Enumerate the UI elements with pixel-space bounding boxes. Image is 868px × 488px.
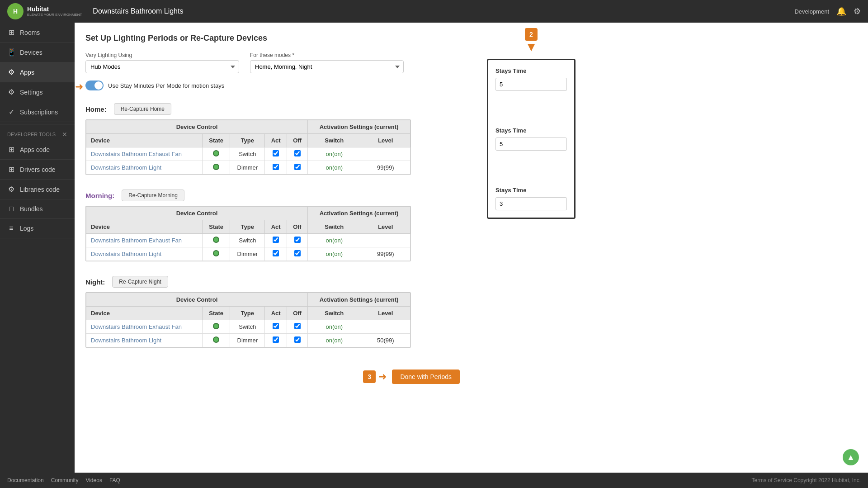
device-link[interactable]: Downstairs Bathroom Exhaust Fan <box>91 237 182 244</box>
device-control-header: Device Control <box>86 120 308 134</box>
faq-link[interactable]: FAQ <box>109 477 120 483</box>
act-cell <box>265 161 287 175</box>
sidebar-item-bundles[interactable]: □ Bundles <box>0 199 75 219</box>
recapture-morning-button[interactable]: Re-Capture Morning <box>122 190 184 201</box>
act-cell <box>265 147 287 161</box>
libraries-code-icon: ⚙ <box>7 185 15 194</box>
sidebar-item-label: Logs <box>20 225 33 232</box>
off-checkbox[interactable] <box>294 150 301 156</box>
sidebar-item-label: Settings <box>20 89 43 96</box>
bundles-icon: □ <box>7 205 15 213</box>
act-col-header: Act <box>265 220 287 234</box>
sidebar-item-logs[interactable]: ≡ Logs <box>0 219 75 238</box>
home-device-table: Device Control Activation Settings (curr… <box>86 120 410 175</box>
app-header: H Hubitat ELEVATE YOUR ENVIRONMENT Downs… <box>0 0 868 23</box>
act-checkbox[interactable] <box>273 250 279 256</box>
developer-tools-section: Developer tools ✕ <box>0 126 75 140</box>
device-link[interactable]: Downstairs Bathroom Light <box>91 251 161 257</box>
scroll-to-top-button[interactable]: ▲ <box>843 449 859 465</box>
off-checkbox[interactable] <box>294 237 301 243</box>
table-row: Downstairs Bathroom Light Dimmer on(on) … <box>86 247 410 261</box>
act-checkbox[interactable] <box>273 164 279 170</box>
table-row: Downstairs Bathroom Exhaust Fan Switch o… <box>86 147 410 161</box>
level-cell: 99(99) <box>361 247 410 261</box>
recapture-home-button[interactable]: Re-Capture Home <box>114 103 171 115</box>
act-checkbox[interactable] <box>273 237 279 243</box>
sidebar-item-drivers-code[interactable]: ⊞ Drivers code <box>0 160 75 180</box>
modes-select[interactable]: Home, Morning, Night <box>250 60 404 73</box>
switch-col-header: Switch <box>308 307 361 320</box>
act-cell <box>265 234 287 247</box>
sidebar-item-label: Rooms <box>20 29 40 36</box>
collapse-dev-tools-icon[interactable]: ✕ <box>62 131 67 138</box>
stays-input-home[interactable] <box>495 78 567 91</box>
act-checkbox[interactable] <box>273 323 279 329</box>
device-col-header: Device <box>86 220 203 234</box>
status-dot <box>213 164 219 170</box>
device-name-cell: Downstairs Bathroom Light <box>86 247 203 261</box>
sidebar-item-apps[interactable]: ⚙ Apps <box>0 62 75 82</box>
off-checkbox[interactable] <box>294 336 301 343</box>
act-checkbox[interactable] <box>273 150 279 156</box>
morning-device-table: Device Control Activation Settings (curr… <box>86 206 410 261</box>
videos-link[interactable]: Videos <box>85 477 102 483</box>
period-morning-header: Morning: Re-Capture Morning <box>85 190 471 201</box>
night-table-wrapper: Device Control Activation Settings (curr… <box>85 292 411 348</box>
stays-input-night[interactable] <box>495 197 567 210</box>
off-checkbox[interactable] <box>294 323 301 329</box>
vary-lighting-select[interactable]: Hub Modes <box>85 60 239 73</box>
sidebar-item-label: Subscriptions <box>20 109 58 116</box>
off-cell <box>287 334 307 347</box>
toggle-switch[interactable] <box>85 81 104 90</box>
device-link[interactable]: Downstairs Bathroom Exhaust Fan <box>91 323 182 330</box>
stays-section-home: Stays Time <box>495 67 567 91</box>
activation-settings-header: Activation Settings (current) <box>308 293 410 307</box>
done-with-periods-button[interactable]: Done with Periods <box>392 370 460 384</box>
table-row: Downstairs Bathroom Exhaust Fan Switch o… <box>86 234 410 247</box>
environment-label: Development <box>794 8 829 15</box>
settings-icon[interactable]: ⚙ <box>854 6 861 16</box>
done-area: 3 ➜ Done with Periods <box>85 362 471 391</box>
switch-value: on(on) <box>326 151 343 157</box>
sidebar-item-devices[interactable]: 📱 Devices <box>0 43 75 62</box>
page-title: Downstairs Bathroom Lights <box>93 7 794 15</box>
off-checkbox[interactable] <box>294 164 301 170</box>
modes-group: For these modes * Home, Morning, Night <box>250 52 404 73</box>
device-link[interactable]: Downstairs Bathroom Light <box>91 337 161 344</box>
period-morning: Morning: Re-Capture Morning Device Contr… <box>85 190 471 261</box>
toggle-row: Use Stay Minutes Per Mode for motion sta… <box>85 81 471 90</box>
copyright-text: Terms of Service Copyright 2022 Hubitat,… <box>752 477 861 483</box>
documentation-link[interactable]: Documentation <box>7 477 44 483</box>
annotation-2: 2 ▼ <box>487 28 576 57</box>
sidebar-item-label: Apps code <box>20 146 50 153</box>
toggle-section: 1 ➜ Use Stay Minutes Per Mode for motion… <box>85 81 471 90</box>
level-col-header: Level <box>361 220 410 234</box>
act-checkbox[interactable] <box>273 336 279 343</box>
state-cell <box>203 320 230 334</box>
device-link[interactable]: Downstairs Bathroom Light <box>91 164 161 171</box>
sidebar-item-libraries-code[interactable]: ⚙ Libraries code <box>0 180 75 199</box>
act-cell <box>265 247 287 261</box>
sidebar-item-label: Apps <box>20 69 34 76</box>
device-link[interactable]: Downstairs Bathroom Exhaust Fan <box>91 151 182 157</box>
recapture-night-button[interactable]: Re-Capture Night <box>112 276 168 288</box>
badge-3: 3 <box>363 370 376 383</box>
switch-cell: on(on) <box>308 161 361 175</box>
community-link[interactable]: Community <box>51 477 79 483</box>
level-cell: 99(99) <box>361 161 410 175</box>
activation-settings-header: Activation Settings (current) <box>308 207 410 220</box>
stays-input-morning[interactable] <box>495 137 567 151</box>
table-row: Downstairs Bathroom Exhaust Fan Switch o… <box>86 320 410 334</box>
sidebar-item-subscriptions[interactable]: ✓ Subscriptions <box>0 102 75 122</box>
off-cell <box>287 247 307 261</box>
sidebar-item-settings[interactable]: ⚙ Settings <box>0 82 75 102</box>
switch-cell: on(on) <box>308 147 361 161</box>
notification-icon[interactable]: 🔔 <box>836 6 846 16</box>
logo: H Hubitat ELEVATE YOUR ENVIRONMENT <box>7 3 82 19</box>
stays-spacer <box>495 100 567 127</box>
sidebar-item-rooms[interactable]: ⊞ Rooms <box>0 23 75 43</box>
sidebar-item-apps-code[interactable]: ⊞ Apps code <box>0 140 75 160</box>
switch-value: on(on) <box>326 337 343 344</box>
off-checkbox[interactable] <box>294 250 301 256</box>
rooms-icon: ⊞ <box>7 28 15 37</box>
